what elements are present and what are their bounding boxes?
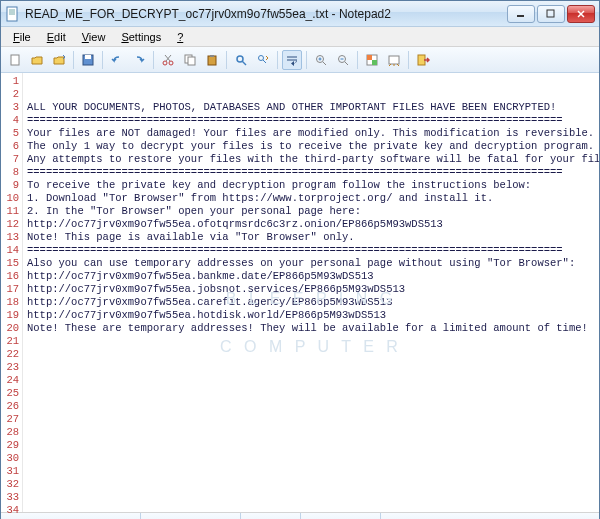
editor-line[interactable]: Any attempts to restore your files with … [27, 153, 595, 166]
line-number: 17 [1, 283, 19, 296]
line-number: 3 [1, 101, 19, 114]
cut-icon[interactable] [158, 50, 178, 70]
statusbar: Ln : 34 Col 1 Sel 0 1.43KB ANSI CR+LF IN… [1, 513, 599, 519]
window-buttons [507, 5, 595, 23]
svg-rect-34 [372, 60, 377, 65]
editor-line[interactable]: To receive the private key and decryptio… [27, 179, 595, 192]
line-number: 24 [1, 374, 19, 387]
copy-icon[interactable] [180, 50, 200, 70]
wrap-icon[interactable] [282, 50, 302, 70]
save-icon[interactable] [78, 50, 98, 70]
config-icon[interactable] [384, 50, 404, 70]
line-number: 32 [1, 478, 19, 491]
line-number: 20 [1, 322, 19, 335]
editor-line[interactable]: ========================================… [27, 244, 595, 257]
zoomout-icon[interactable] [333, 50, 353, 70]
line-number: 18 [1, 296, 19, 309]
editor-line[interactable]: http://oc77jrv0xm9o7fw55ea.jobsnot.servi… [27, 283, 595, 296]
app-window: READ_ME_FOR_DECRYPT_oc77jrv0xm9o7fw55ea_… [0, 0, 600, 519]
line-number: 11 [1, 205, 19, 218]
editor-line[interactable]: http://oc77jrv0xm9o7fw55ea.hotdisk.world… [27, 309, 595, 322]
editor-line[interactable]: Note! These are temporary addresses! The… [27, 322, 595, 335]
titlebar[interactable]: READ_ME_FOR_DECRYPT_oc77jrv0xm9o7fw55ea_… [1, 1, 599, 27]
line-number: 27 [1, 413, 19, 426]
editor-line[interactable]: The only 1 way to decrypt your files is … [27, 140, 595, 153]
redo-icon[interactable] [129, 50, 149, 70]
editor-area: 1234567891011121314151617181920212223242… [1, 73, 599, 513]
menu-settings[interactable]: Settings [113, 29, 169, 45]
line-number: 33 [1, 491, 19, 504]
svg-rect-8 [11, 55, 19, 65]
line-number: 1 [1, 75, 19, 88]
zoomin-icon[interactable] [311, 50, 331, 70]
svg-point-11 [163, 61, 167, 65]
close-button[interactable] [567, 5, 595, 23]
svg-line-13 [166, 55, 171, 61]
history-icon[interactable] [49, 50, 69, 70]
line-number: 4 [1, 114, 19, 127]
new-icon[interactable] [5, 50, 25, 70]
editor-line[interactable]: http://oc77jrv0xm9o7fw55ea.ofotqrmsrdc6c… [27, 218, 595, 231]
editor-line[interactable]: ========================================… [27, 114, 595, 127]
menu-help[interactable]: ? [169, 29, 191, 45]
line-number: 15 [1, 257, 19, 270]
status-eol[interactable]: CR+LF INS [301, 513, 381, 519]
line-number: 7 [1, 153, 19, 166]
menu-file[interactable]: File [5, 29, 39, 45]
find-icon[interactable] [231, 50, 251, 70]
app-icon [5, 6, 21, 22]
svg-point-12 [169, 61, 173, 65]
line-number: 9 [1, 179, 19, 192]
replace-icon[interactable] [253, 50, 273, 70]
editor-line[interactable]: Your files are NOT damaged! Your files a… [27, 127, 595, 140]
svg-rect-17 [208, 56, 216, 65]
svg-point-21 [259, 55, 264, 60]
line-number: 10 [1, 192, 19, 205]
minimize-button[interactable] [507, 5, 535, 23]
open-icon[interactable] [27, 50, 47, 70]
svg-rect-10 [85, 55, 91, 59]
undo-icon[interactable] [107, 50, 127, 70]
exit-icon[interactable] [413, 50, 433, 70]
status-encoding[interactable]: ANSI [241, 513, 301, 519]
line-number: 16 [1, 270, 19, 283]
editor-line[interactable]: 2. In the "Tor Browser" open your person… [27, 205, 595, 218]
svg-line-30 [345, 62, 348, 65]
svg-rect-35 [389, 56, 399, 64]
line-number: 2 [1, 88, 19, 101]
line-number: 13 [1, 231, 19, 244]
line-number: 6 [1, 140, 19, 153]
paste-icon[interactable] [202, 50, 222, 70]
editor-line[interactable]: http://oc77jrv0xm9o7fw55ea.carefit.agenc… [27, 296, 595, 309]
line-number: 30 [1, 452, 19, 465]
line-number: 34 [1, 504, 19, 517]
line-number: 28 [1, 426, 19, 439]
editor-line[interactable]: Note! This page is available via "Tor Br… [27, 231, 595, 244]
text-editor[interactable]: ALL YOUR DOCUMENTS, PHOTOS, DATABASES AN… [23, 73, 599, 512]
line-number: 31 [1, 465, 19, 478]
menu-view[interactable]: View [74, 29, 114, 45]
editor-line[interactable]: 1. Download "Tor Browser" from https://w… [27, 192, 595, 205]
line-number: 21 [1, 335, 19, 348]
line-number: 12 [1, 218, 19, 231]
status-scheme[interactable]: Default Text [381, 513, 599, 519]
menu-edit[interactable]: Edit [39, 29, 74, 45]
svg-line-22 [263, 60, 266, 63]
status-position[interactable]: Ln : 34 Col 1 Sel 0 [1, 513, 141, 519]
status-filesize: 1.43KB [141, 513, 241, 519]
line-number: 22 [1, 348, 19, 361]
maximize-button[interactable] [537, 5, 565, 23]
svg-line-26 [323, 62, 326, 65]
window-title: READ_ME_FOR_DECRYPT_oc77jrv0xm9o7fw55ea_… [25, 7, 507, 21]
svg-rect-5 [547, 10, 554, 17]
editor-line[interactable]: ========================================… [27, 166, 595, 179]
menubar: File Edit View Settings ? [1, 27, 599, 47]
editor-line[interactable]: ALL YOUR DOCUMENTS, PHOTOS, DATABASES AN… [27, 101, 595, 114]
line-number: 29 [1, 439, 19, 452]
editor-line[interactable]: http://oc77jrv0xm9o7fw55ea.bankme.date/E… [27, 270, 595, 283]
editor-line[interactable]: Also you can use temporary addresses on … [27, 257, 595, 270]
svg-rect-18 [210, 55, 214, 57]
scheme-icon[interactable] [362, 50, 382, 70]
svg-rect-16 [188, 57, 195, 65]
line-number-gutter: 1234567891011121314151617181920212223242… [1, 73, 23, 512]
